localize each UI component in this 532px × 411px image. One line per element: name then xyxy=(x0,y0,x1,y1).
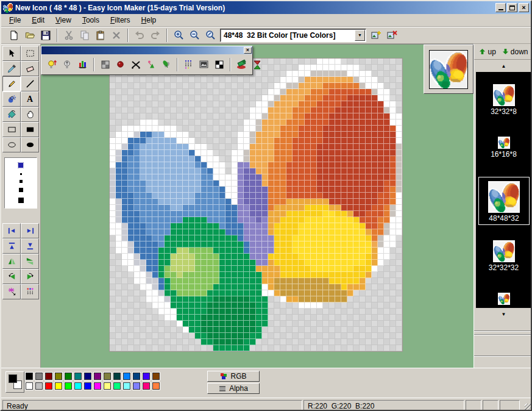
palette-swatch[interactable] xyxy=(74,373,82,380)
delete-icon-image-button[interactable] xyxy=(384,28,400,43)
move-down-button[interactable]: down xyxy=(502,48,528,56)
palette-swatch[interactable] xyxy=(113,373,121,380)
new-button[interactable] xyxy=(6,28,22,43)
delete-button[interactable] xyxy=(108,28,124,43)
tool-filled-ellipse[interactable] xyxy=(21,137,39,152)
shift-left-button[interactable] xyxy=(2,223,21,238)
palette-swatch[interactable] xyxy=(143,373,150,380)
palette-swatch[interactable] xyxy=(55,382,62,390)
resize-grip[interactable] xyxy=(525,404,532,411)
pixel-grid-canvas[interactable] xyxy=(110,59,402,351)
cut-button[interactable] xyxy=(61,28,77,43)
palette-swatch[interactable] xyxy=(113,382,121,390)
opacity-eraser-button[interactable] xyxy=(234,57,249,72)
menu-help[interactable]: Help xyxy=(136,15,162,26)
new-icon-image-button[interactable] xyxy=(368,28,384,43)
palette-swatch[interactable] xyxy=(94,373,101,380)
palette-swatch[interactable] xyxy=(143,382,150,390)
magic-effect-button[interactable] xyxy=(2,284,21,299)
brush-size-4[interactable] xyxy=(19,188,23,192)
palette-swatch[interactable] xyxy=(104,382,111,390)
tool-text[interactable]: A xyxy=(21,91,39,107)
palette-swatch[interactable] xyxy=(152,382,160,390)
current-colors[interactable] xyxy=(5,371,24,393)
copy-button[interactable] xyxy=(77,28,93,43)
tool-hand[interactable] xyxy=(21,107,39,122)
format-select[interactable]: 48*48 32 Bit Color [True Colors] ▼ xyxy=(220,29,366,42)
menu-filters[interactable]: Filters xyxy=(105,15,136,26)
palette-swatch[interactable] xyxy=(26,373,33,380)
scroll-up-button[interactable]: ▲ xyxy=(474,60,532,72)
save-button[interactable] xyxy=(38,28,54,43)
palette-swatch[interactable] xyxy=(84,373,91,380)
filter-toolbar-close-button[interactable]: × xyxy=(244,47,252,54)
rgb-channel-button[interactable]: RGB xyxy=(207,371,260,382)
list-item-partial[interactable] xyxy=(476,293,531,306)
filter-toolbar[interactable]: × xyxy=(41,46,253,75)
tool-pencil[interactable] xyxy=(2,76,21,91)
tool-marquee[interactable] xyxy=(21,46,39,61)
grayscale-button[interactable] xyxy=(98,57,113,72)
palette-swatch[interactable] xyxy=(65,373,72,380)
flip-horizontal-button[interactable] xyxy=(2,254,21,269)
palette-swatch[interactable] xyxy=(74,382,82,390)
negative-button[interactable] xyxy=(128,57,143,72)
maximize-button[interactable] xyxy=(507,3,517,12)
emboss-button[interactable] xyxy=(143,57,158,72)
list-item-16x16x8[interactable]: 16*16*8 xyxy=(476,137,531,159)
minimize-button[interactable] xyxy=(495,3,506,12)
brightness-down-button[interactable] xyxy=(60,57,75,72)
tool-fill[interactable] xyxy=(2,107,21,122)
alpha-channel-button[interactable]: Alpha xyxy=(207,383,260,394)
palette-swatch[interactable] xyxy=(94,382,101,390)
menu-tools[interactable]: Tools xyxy=(77,15,105,26)
palette-swatch[interactable] xyxy=(84,382,91,390)
foreground-color-swatch[interactable] xyxy=(9,374,17,383)
zoom-out-button[interactable] xyxy=(186,28,202,43)
chevron-down-icon[interactable]: ▼ xyxy=(355,30,365,41)
palette-swatch[interactable] xyxy=(133,373,140,380)
palette-swatch[interactable] xyxy=(123,373,130,380)
palette-swatch[interactable] xyxy=(45,382,52,390)
palette-swatch[interactable] xyxy=(123,382,130,390)
flip-vertical-button[interactable] xyxy=(21,254,39,269)
palette-swatch[interactable] xyxy=(45,373,52,380)
paste-button[interactable] xyxy=(93,28,108,43)
brush-size-2[interactable] xyxy=(20,173,22,175)
zoom-in-button[interactable] xyxy=(171,28,186,43)
shift-up-button[interactable] xyxy=(2,238,21,254)
list-item-32x32x8[interactable]: 32*32*8 xyxy=(476,84,531,116)
palette-swatch[interactable] xyxy=(26,382,33,390)
tool-filled-rectangle[interactable] xyxy=(21,122,39,137)
image-filter-button[interactable] xyxy=(196,57,211,72)
shift-down-button[interactable] xyxy=(21,238,39,254)
rotate-right-button[interactable] xyxy=(21,269,39,284)
rotate-left-button[interactable] xyxy=(2,269,21,284)
brush-size-5[interactable] xyxy=(18,198,24,203)
menu-view[interactable]: View xyxy=(50,15,77,26)
tool-eraser[interactable] xyxy=(21,61,39,76)
tool-airbrush[interactable] xyxy=(2,91,21,107)
tool-rectangle[interactable] xyxy=(2,122,21,137)
brush-size-3[interactable] xyxy=(20,180,23,183)
scroll-down-button[interactable]: ▼ xyxy=(474,308,532,320)
palette-swatch[interactable] xyxy=(104,373,111,380)
tool-line[interactable] xyxy=(21,76,39,91)
brush-size-1[interactable] xyxy=(18,163,23,168)
shift-right-button[interactable] xyxy=(21,223,39,238)
contrast-button[interactable] xyxy=(75,57,90,72)
list-item-32x32x32[interactable]: 32*32*32 xyxy=(476,240,531,272)
close-button[interactable]: × xyxy=(519,3,529,12)
menu-file[interactable]: File xyxy=(4,15,26,26)
tool-color-picker[interactable] xyxy=(2,61,21,76)
count-colors-button[interactable] xyxy=(21,284,39,299)
color-depth-button[interactable] xyxy=(181,57,196,72)
hourglass-filter-button[interactable] xyxy=(249,57,264,72)
palette-swatch[interactable] xyxy=(35,373,43,380)
zoom-tool-button[interactable] xyxy=(202,28,218,43)
menu-edit[interactable]: Edit xyxy=(26,15,50,26)
brightness-up-button[interactable] xyxy=(44,57,60,72)
palette-swatch[interactable] xyxy=(55,373,62,380)
hue-button[interactable] xyxy=(113,57,128,72)
open-button[interactable] xyxy=(22,28,38,43)
